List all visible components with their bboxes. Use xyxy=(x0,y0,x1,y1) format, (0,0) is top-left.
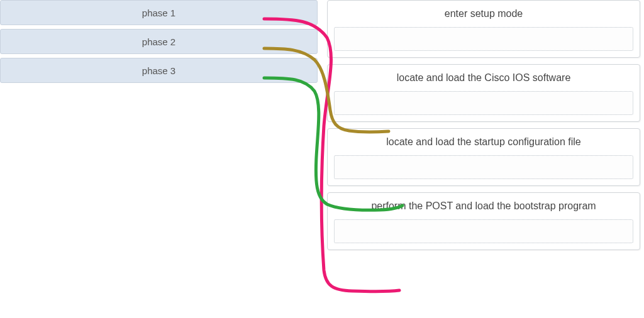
phase-item-3[interactable]: phase 3 xyxy=(0,58,318,83)
phase-list: phase 1 phase 2 phase 3 xyxy=(0,0,318,87)
matching-diagram: phase 1 phase 2 phase 3 enter setup mode… xyxy=(0,0,644,318)
answer-title: enter setup mode xyxy=(334,8,633,19)
answer-card-2: locate and load the Cisco IOS software xyxy=(327,64,640,122)
phase-item-1[interactable]: phase 1 xyxy=(0,0,318,25)
answer-title: locate and load the startup configuratio… xyxy=(334,136,633,148)
answer-list: enter setup mode locate and load the Cis… xyxy=(327,0,640,256)
answer-card-4: perform the POST and load the bootstrap … xyxy=(327,192,640,250)
answer-card-1: enter setup mode xyxy=(327,0,640,58)
answer-drop-slot[interactable] xyxy=(334,219,633,243)
phase-item-2[interactable]: phase 2 xyxy=(0,29,318,54)
phase-label: phase 2 xyxy=(142,36,175,47)
answer-title: locate and load the Cisco IOS software xyxy=(334,72,633,84)
phase-label: phase 1 xyxy=(142,8,175,18)
answer-title: perform the POST and load the bootstrap … xyxy=(334,200,633,212)
answer-drop-slot[interactable] xyxy=(334,27,633,51)
answer-drop-slot[interactable] xyxy=(334,91,633,115)
phase-label: phase 3 xyxy=(142,65,175,76)
answer-card-3: locate and load the startup configuratio… xyxy=(327,128,640,186)
answer-drop-slot[interactable] xyxy=(334,155,633,179)
